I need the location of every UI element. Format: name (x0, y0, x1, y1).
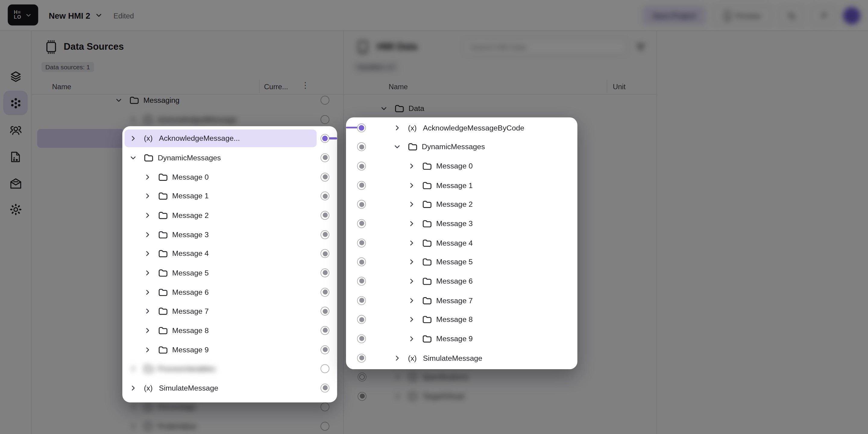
chevron-right-icon[interactable] (394, 354, 401, 362)
radio-button[interactable] (357, 334, 366, 343)
tree-row-message-0[interactable]: Message 0 (346, 156, 578, 176)
folder-icon (158, 345, 167, 354)
tree-row-acknowledgemessagebycode[interactable]: (x)AcknowledgeMessageByCode (346, 118, 578, 137)
tree-row-message-1[interactable]: Message 1 (346, 176, 578, 195)
radio-button[interactable] (320, 173, 329, 181)
chevron-right-icon[interactable] (408, 335, 415, 342)
tree-row-message-3[interactable]: Message 3 (122, 225, 337, 244)
chevron-right-icon[interactable] (408, 297, 415, 304)
tree-row-label: Message 3 (172, 230, 209, 239)
chevron-right-icon[interactable] (144, 193, 151, 200)
folder-icon (158, 288, 167, 296)
tree-row-message-4[interactable]: Message 4 (122, 244, 337, 264)
chevron-right-icon[interactable] (408, 182, 415, 189)
folder-icon (422, 200, 432, 209)
tree-row-message-6[interactable]: Message 6 (122, 282, 337, 302)
tree-row-label: SimulateMessage (159, 384, 218, 392)
chevron-right-icon[interactable] (408, 278, 415, 285)
chevron-right-icon[interactable] (144, 269, 151, 276)
folder-icon (158, 211, 167, 219)
tree-row-label: Message 5 (172, 269, 209, 277)
method-icon: (x) (144, 384, 153, 392)
tree-row-message-8[interactable]: Message 8 (346, 310, 578, 329)
method-icon: (x) (408, 354, 417, 362)
radio-button[interactable] (357, 239, 366, 247)
chevron-right-icon[interactable] (144, 308, 151, 315)
radio-button[interactable] (320, 230, 329, 239)
chevron-down-icon[interactable] (394, 143, 401, 150)
tree-row-acknowledgemessage[interactable]: (x)AcknowledgeMessage... (122, 129, 337, 148)
chevron-right-icon[interactable] (130, 365, 137, 373)
tree-row-dynamicmessages[interactable]: DynamicMessages (346, 137, 578, 157)
tree-row-message-1[interactable]: Message 1 (122, 187, 337, 206)
tree-row-label: Message 8 (436, 315, 472, 324)
chevron-right-icon[interactable] (130, 384, 137, 392)
chevron-right-icon[interactable] (408, 316, 415, 323)
radio-button[interactable] (320, 269, 329, 277)
tree-row-message-4[interactable]: Message 4 (346, 233, 578, 253)
chevron-right-icon[interactable] (408, 201, 415, 208)
radio-button[interactable] (357, 353, 366, 362)
radio-button[interactable] (357, 181, 366, 190)
radio-button[interactable] (320, 345, 329, 354)
tree-row-message-8[interactable]: Message 8 (122, 321, 337, 340)
folder-icon (408, 143, 417, 151)
radio-button[interactable] (320, 326, 329, 335)
chevron-right-icon[interactable] (144, 250, 151, 257)
tree-row-simulatemessage[interactable]: (x)SimulateMessage (122, 378, 337, 398)
tree-row-message-9[interactable]: Message 9 (346, 329, 578, 348)
tree-row-message-7[interactable]: Message 7 (346, 291, 578, 310)
folder-icon (422, 239, 432, 247)
folder-icon (158, 326, 167, 335)
tree-row-label: Message 6 (436, 277, 472, 285)
radio-button[interactable] (320, 211, 329, 220)
radio-button[interactable] (357, 123, 366, 132)
tree-row-message-3[interactable]: Message 3 (346, 214, 578, 233)
tree-row-dynamicmessages[interactable]: DynamicMessages (122, 148, 337, 167)
data-sources-spotlight-popover: (x)AcknowledgeMessage...DynamicMessagesM… (122, 126, 337, 403)
tree-row-label: Message 0 (436, 162, 472, 170)
tree-row-message-6[interactable]: Message 6 (346, 272, 578, 291)
chevron-right-icon[interactable] (144, 231, 151, 238)
tree-row-label: Message 1 (436, 181, 472, 190)
tree-row-message-5[interactable]: Message 5 (346, 252, 578, 272)
chevron-right-icon[interactable] (144, 327, 151, 334)
chevron-right-icon[interactable] (144, 346, 151, 353)
radio-button[interactable] (320, 384, 329, 393)
folder-icon (158, 250, 167, 258)
folder-icon (422, 258, 432, 267)
radio-button[interactable] (357, 296, 366, 305)
tree-row-message-0[interactable]: Message 0 (122, 167, 337, 187)
chevron-right-icon[interactable] (144, 173, 151, 181)
radio-button[interactable] (320, 287, 329, 296)
tree-row-label: Message 7 (436, 296, 472, 305)
tree-row-label: Message 9 (436, 335, 472, 343)
chevron-right-icon[interactable] (130, 135, 137, 142)
radio-button[interactable] (357, 277, 366, 285)
tree-row-simulatemessage[interactable]: (x)SimulateMessage (346, 348, 578, 368)
folder-icon (422, 335, 432, 343)
chevron-right-icon[interactable] (408, 239, 415, 247)
app-window: H≡ LO New HMI 2 Edited Save Project Prev… (0, 0, 868, 434)
folder-icon (422, 296, 432, 305)
tree-row-label: Message 0 (172, 173, 209, 181)
chevron-right-icon[interactable] (144, 288, 151, 296)
tree-row-message-2[interactable]: Message 2 (122, 206, 337, 225)
chevron-right-icon[interactable] (408, 258, 415, 266)
chevron-down-icon[interactable] (130, 154, 137, 161)
tree-row-message-7[interactable]: Message 7 (122, 302, 337, 321)
tree-row-processvariables[interactable]: ProcessVariables (122, 359, 337, 378)
tree-row-message-9[interactable]: Message 9 (122, 340, 337, 359)
tree-row-message-5[interactable]: Message 5 (122, 263, 337, 282)
tree-row-message-2[interactable]: Message 2 (346, 195, 578, 214)
chevron-right-icon[interactable] (408, 220, 415, 227)
chevron-right-icon[interactable] (394, 124, 401, 131)
radio-button[interactable] (357, 219, 366, 228)
radio-button[interactable] (320, 153, 329, 162)
chevron-right-icon[interactable] (144, 212, 151, 219)
chevron-right-icon[interactable] (408, 162, 415, 170)
hmi-data-spotlight-popover: (x)AcknowledgeMessageByCodeDynamicMessag… (346, 117, 578, 369)
tree-row-label: Message 2 (436, 200, 472, 209)
tree-row-label: AcknowledgeMessage... (159, 134, 240, 143)
radio-button[interactable] (357, 161, 366, 170)
